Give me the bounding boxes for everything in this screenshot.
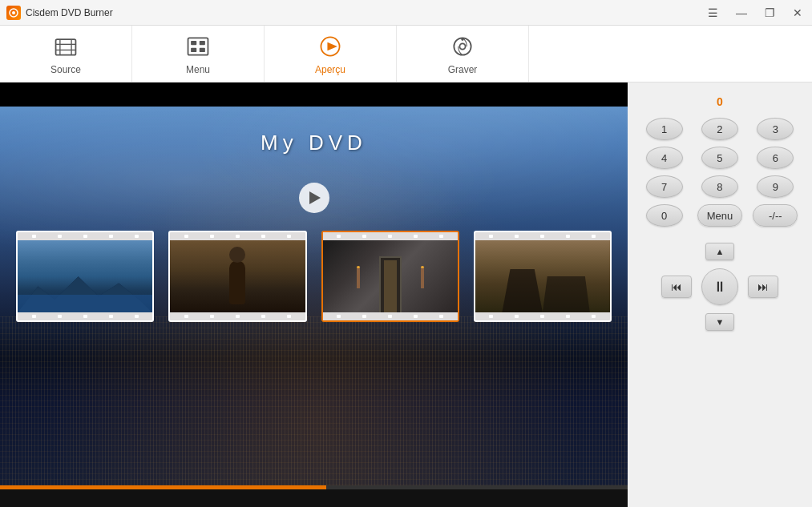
film-hole bbox=[337, 235, 341, 238]
num-btn-6[interactable]: 6 bbox=[757, 147, 794, 169]
thumb-image-4 bbox=[475, 240, 610, 312]
film-hole bbox=[236, 315, 240, 318]
thumbnail-3[interactable]: ▶ bbox=[321, 231, 459, 322]
black-bar-bottom bbox=[0, 489, 628, 507]
svg-point-15 bbox=[459, 43, 465, 49]
film-hole bbox=[414, 235, 418, 238]
num-btn-4[interactable]: 4 bbox=[646, 147, 683, 169]
filmstrip-top-3 bbox=[323, 232, 458, 240]
film-hole bbox=[287, 315, 291, 318]
next-button[interactable]: ⏭ bbox=[748, 276, 778, 298]
hamburger-button[interactable]: ☰ bbox=[705, 5, 721, 21]
film-hole bbox=[566, 315, 570, 318]
film-hole bbox=[135, 315, 139, 318]
num-btn-7[interactable]: 7 bbox=[646, 175, 683, 198]
prev-icon: ⏮ bbox=[671, 280, 682, 293]
film-hole bbox=[362, 315, 366, 318]
nav-down-container: ▼ bbox=[705, 313, 734, 331]
nav-up-button[interactable]: ▲ bbox=[705, 243, 734, 260]
thumbnail-strip: ▶ bbox=[16, 231, 612, 322]
num-btn-dash[interactable]: -/-- bbox=[753, 204, 798, 227]
counter-display: 0 bbox=[717, 95, 723, 108]
filmstrip-bottom-4 bbox=[475, 312, 610, 320]
film-hole bbox=[58, 235, 62, 238]
num-btn-5[interactable]: 5 bbox=[701, 147, 738, 169]
film-hole bbox=[135, 235, 139, 238]
num-btn-9[interactable]: 9 bbox=[757, 175, 794, 198]
filmstrip-top-1 bbox=[18, 232, 152, 240]
window-controls: ☰ — ❐ ✕ bbox=[705, 5, 806, 21]
num-btn-0[interactable]: 0 bbox=[646, 204, 683, 227]
svg-rect-2 bbox=[56, 39, 76, 55]
num-btn-3[interactable]: 3 bbox=[757, 118, 794, 140]
film-hole bbox=[58, 315, 62, 318]
film-hole bbox=[515, 315, 519, 318]
film-hole bbox=[592, 315, 596, 318]
film-hole bbox=[261, 315, 265, 318]
play-button-center[interactable] bbox=[299, 183, 329, 213]
prev-button[interactable]: ⏮ bbox=[661, 276, 692, 298]
dvd-title: My DVD bbox=[0, 131, 628, 155]
city-lights-layer bbox=[0, 316, 628, 508]
film-hole bbox=[184, 235, 188, 238]
num-btn-8[interactable]: 8 bbox=[701, 175, 738, 198]
toolbar-item-menu[interactable]: Menu bbox=[132, 26, 265, 82]
film-hole bbox=[592, 235, 596, 238]
apercu-icon bbox=[316, 32, 345, 61]
film-hole bbox=[337, 315, 341, 318]
title-bar-left: Cisdem DVD Burner bbox=[6, 6, 113, 20]
toolbar-item-source[interactable]: Source bbox=[0, 26, 132, 82]
num-btn-menu[interactable]: Menu bbox=[697, 204, 742, 227]
film-hole bbox=[489, 315, 493, 318]
thumbnail-1[interactable] bbox=[16, 231, 154, 322]
film-hole bbox=[236, 235, 240, 238]
nav-down-button[interactable]: ▼ bbox=[705, 313, 734, 331]
thumb-image-1 bbox=[18, 240, 152, 312]
toolbar-item-apercu[interactable]: Aperçu bbox=[265, 26, 397, 82]
film-hole bbox=[32, 235, 36, 238]
thumb-image-3 bbox=[323, 240, 458, 312]
num-btn-1[interactable]: 1 bbox=[646, 118, 683, 140]
film-hole bbox=[32, 315, 36, 318]
menu-icon bbox=[184, 32, 212, 61]
play-triangle-icon bbox=[309, 191, 321, 204]
film-hole bbox=[210, 235, 214, 238]
svg-rect-10 bbox=[191, 48, 196, 52]
filmstrip-bottom-3 bbox=[323, 312, 458, 320]
film-hole bbox=[439, 235, 443, 238]
preview-area: My DVD bbox=[0, 82, 628, 507]
graver-label: Graver bbox=[448, 64, 478, 75]
film-hole bbox=[83, 315, 87, 318]
menu-label: Menu bbox=[186, 64, 210, 75]
toolbar-item-graver[interactable]: Graver bbox=[397, 26, 529, 82]
thumbnail-2[interactable] bbox=[168, 231, 306, 322]
source-label: Source bbox=[50, 64, 81, 75]
svg-rect-9 bbox=[200, 41, 205, 45]
film-hole bbox=[414, 315, 418, 318]
film-hole bbox=[388, 235, 392, 238]
black-bar-top bbox=[0, 82, 628, 107]
maximize-button[interactable]: ❐ bbox=[762, 5, 778, 21]
num-btn-2[interactable]: 2 bbox=[701, 118, 738, 140]
transport-row: ⏮ ⏸ ⏭ bbox=[661, 268, 778, 305]
svg-rect-8 bbox=[191, 41, 196, 45]
minimize-button[interactable]: — bbox=[733, 5, 750, 21]
film-hole bbox=[83, 235, 87, 238]
close-button[interactable]: ✕ bbox=[790, 5, 806, 21]
film-hole bbox=[109, 315, 113, 318]
filmstrip-top-4 bbox=[475, 232, 610, 240]
filmstrip-bottom-2 bbox=[170, 312, 305, 320]
pause-button[interactable]: ⏸ bbox=[701, 268, 738, 305]
nav-vertical: ▲ bbox=[705, 243, 734, 260]
thumbnail-4[interactable] bbox=[474, 231, 612, 322]
film-hole bbox=[515, 235, 519, 238]
filmstrip-bottom-1 bbox=[18, 312, 152, 320]
up-arrow-icon: ▲ bbox=[716, 247, 725, 256]
film-hole bbox=[210, 315, 214, 318]
film-hole bbox=[388, 315, 392, 318]
film-hole bbox=[287, 235, 291, 238]
svg-point-16 bbox=[461, 38, 464, 41]
right-panel: 0 1 2 3 4 5 6 7 8 9 0 Menu -/-- ▲ bbox=[628, 82, 812, 507]
source-icon bbox=[51, 32, 80, 61]
title-bar: Cisdem DVD Burner ☰ — ❐ ✕ bbox=[0, 0, 812, 26]
